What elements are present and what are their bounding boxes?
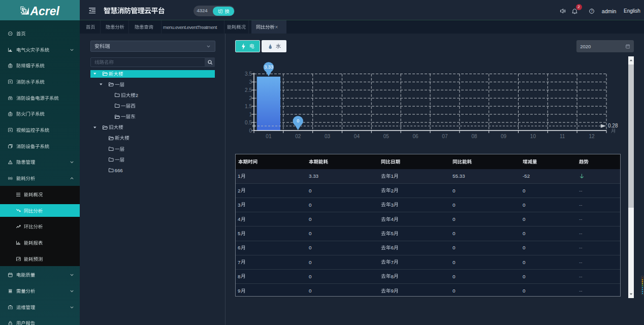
svg-text:01: 01 [266,134,272,139]
svg-text:1: 1 [249,112,252,117]
svg-text:0: 0 [297,118,299,123]
svg-text:05: 05 [383,134,390,139]
svg-text:3.5: 3.5 [245,71,252,77]
svg-text:2: 2 [249,95,252,101]
svg-text:3: 3 [249,79,252,85]
svg-text:10: 10 [530,134,536,139]
svg-text:2.5: 2.5 [245,87,252,93]
svg-text:03: 03 [325,134,331,139]
svg-text:08: 08 [471,134,477,139]
svg-text:0.5: 0.5 [245,120,252,125]
svg-text:02: 02 [295,134,301,139]
svg-text:09: 09 [501,134,507,139]
svg-text:06: 06 [413,134,419,139]
svg-text:0: 0 [249,128,252,134]
svg-text:04: 04 [354,134,360,139]
svg-text:12: 12 [589,134,595,139]
svg-text:07: 07 [442,134,448,139]
svg-text:11: 11 [560,134,565,139]
svg-text:1.5: 1.5 [245,104,252,109]
svg-text:?: ? [591,9,593,13]
svg-text:3.33: 3.33 [264,64,273,70]
